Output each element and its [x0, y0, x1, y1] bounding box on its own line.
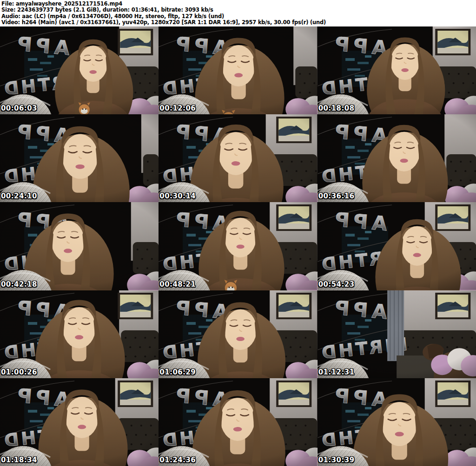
video-frame-image: APPBIRTHD	[317, 26, 476, 114]
frame-timestamp-label: 00:30:14	[159, 192, 196, 200]
video-frame-thumbnail: APPBIRTHD01:12:31	[317, 290, 476, 378]
video-frame-image: APPBIRTHD	[0, 202, 159, 290]
video-frame-thumbnail: APPBIRTHD00:24:10	[0, 114, 159, 202]
video-frame-thumbnail: APPBIRTHD01:24:36	[159, 378, 317, 466]
video-frame-thumbnail: APPBIRTHD01:06:29	[159, 290, 317, 378]
frame-timestamp-label: 01:12:31	[318, 368, 355, 376]
video-frame-thumbnail: APPBIRTHD00:30:14	[159, 114, 317, 202]
video-frame-image: APPBIRTHD	[317, 114, 476, 202]
frame-timestamp-label: 00:42:18	[1, 280, 37, 289]
frame-timestamp-label: 00:18:08	[318, 104, 355, 112]
video-frame-thumbnail: APPBIRTHD00:42:18	[0, 202, 159, 290]
media-info-header: File: amyalwayshere_202512171516.mp4 Siz…	[0, 0, 476, 26]
video-frame-thumbnail: APPBIRTHD00:54:23	[317, 202, 476, 290]
frame-timestamp-label: 01:00:26	[1, 368, 37, 376]
video-frame-image: APPBIRTHD	[159, 114, 317, 202]
video-frame-thumbnail: APPBIRTHD00:18:08	[317, 26, 476, 114]
video-frame-image: APPBIRTHD	[0, 26, 159, 114]
file-info-line: File: amyalwayshere_202512171516.mp4	[1, 1, 476, 7]
frame-timestamp-label: 01:06:29	[159, 368, 196, 376]
video-frame-thumbnail: APPBIRTHD01:18:34	[0, 378, 159, 466]
video-frame-image: APPBIRTHD	[317, 378, 476, 466]
video-frame-image: APPBIRTHD	[0, 378, 159, 466]
frame-timestamp-label: 00:12:06	[159, 104, 196, 112]
video-frame-image: APPBIRTHD	[317, 202, 476, 290]
video-frame-thumbnail: APPBIRTHD00:48:21	[159, 202, 317, 290]
video-frame-image: APPBIRTHD	[159, 202, 317, 290]
video-frame-thumbnail: APPBIRTHD01:00:26	[0, 290, 159, 378]
video-frame-image: APPBIRTHD	[317, 290, 476, 378]
video-frame-image: APPBIRTHD	[159, 290, 317, 378]
frame-timestamp-label: 00:24:10	[1, 192, 37, 200]
frame-timestamp-label: 01:24:36	[159, 456, 196, 464]
frame-timestamp-label: 00:36:16	[318, 192, 355, 200]
video-frame-thumbnail: APPBIRTHD00:06:03	[0, 26, 159, 114]
size-info-line: Size: 2243639737 bytes (2.1 GiB), durati…	[1, 7, 476, 13]
video-frame-thumbnail: APPBIRTHD00:12:06	[159, 26, 317, 114]
audio-info-line: Audio: aac (LC) (mp4a / 0x6134706D), 480…	[1, 13, 476, 20]
video-frame-image: APPBIRTHD	[0, 114, 159, 202]
frame-timestamp-label: 00:48:21	[159, 280, 196, 289]
video-frame-image: APPBIRTHD	[0, 290, 159, 378]
video-frame-thumbnail: APPBIRTHD00:36:16	[317, 114, 476, 202]
video-contact-sheet: File: amyalwayshere_202512171516.mp4 Siz…	[0, 0, 476, 466]
video-frame-image: APPBIRTHD	[159, 26, 317, 114]
video-info-line: Video: h264 (Main) (avc1 / 0x31637661), …	[1, 20, 476, 26]
frame-timestamp-label: 01:18:34	[1, 456, 37, 464]
thumbnail-grid: APPBIRTHD00:06:03APPBIRTHD00:12:06APPBIR…	[0, 26, 476, 466]
frame-timestamp-label: 01:30:39	[318, 456, 355, 464]
frame-timestamp-label: 00:06:03	[1, 104, 37, 112]
video-frame-thumbnail: APPBIRTHD01:30:39	[317, 378, 476, 466]
frame-timestamp-label: 00:54:23	[318, 280, 355, 289]
video-frame-image: APPBIRTHD	[159, 378, 317, 466]
